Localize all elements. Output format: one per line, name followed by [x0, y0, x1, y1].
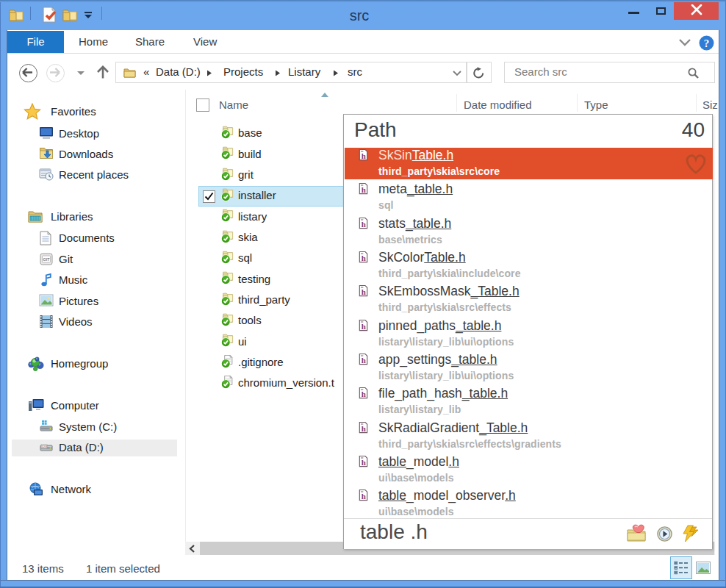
svg-text:123: 123	[41, 445, 47, 448]
svg-text:?: ?	[704, 37, 710, 49]
svg-text:GIT: GIT	[43, 257, 51, 262]
